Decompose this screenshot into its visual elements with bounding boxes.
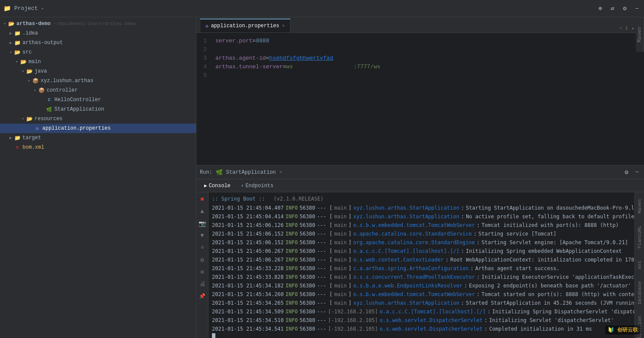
spring-class-icon: 🌿 (46, 106, 53, 113)
folder-icon: 📁 (14, 30, 21, 37)
tab-console[interactable]: ▶ Console (200, 181, 235, 191)
toolbar-project-label[interactable]: Project (14, 5, 38, 12)
right-tab-ant[interactable]: Ant (636, 257, 643, 273)
file-tree: ▾ 📂 arthas-demo ~/Documents/learn/arthas… (0, 17, 196, 338)
tree-item-bom-xml[interactable]: m bom.xml (0, 143, 196, 152)
log-line: 2021-01-15 21:45:06.267 INFO 56380 --- [… (212, 255, 631, 264)
spring-run-icon: 🌿 (216, 169, 223, 176)
endpoints-tab-label: Endpoints (246, 183, 274, 189)
code-line-2: 2 (196, 45, 644, 54)
camera-button[interactable]: 📷 (198, 219, 207, 228)
tree-item-resources[interactable]: ▾ 📂 resources (0, 114, 196, 124)
expand-icon[interactable]: ▴ (631, 25, 635, 31)
toolbar-actions: ⊕ ⇄ ⚙ − Maven (597, 4, 641, 13)
run-minimize-icon[interactable]: − (634, 168, 641, 177)
no-arrow (28, 125, 34, 131)
toolbar-dropdown-icon[interactable]: ▾ (41, 6, 44, 11)
log-line: 2021-01-15 21:45:04.414 INFO 56380 --- [… (212, 212, 631, 221)
expand-arrow: ▾ (20, 116, 26, 122)
tree-item-main[interactable]: ▾ 📂 main (0, 57, 196, 67)
code-line-3: 3 arthas.agent-id=hsehdfsfghhwertyfad (196, 54, 644, 62)
tab-label: application.properties (211, 23, 279, 29)
globe-icon[interactable]: ⊕ (597, 4, 603, 13)
tree-item-application-properties[interactable]: ⚙ application.properties (0, 124, 196, 133)
package-icon: 📦 (32, 77, 39, 84)
filter-button[interactable]: ≡ (198, 243, 207, 252)
log-line: 2021-01-15 21:45:34.260 INFO 56380 --- [… (212, 290, 631, 299)
run-app-name: StartApplication (226, 169, 276, 175)
checkmark-icon: ✓ 1 (619, 25, 628, 31)
tree-label: application.properties (42, 125, 110, 131)
tree-item-target[interactable]: ▶ 📁 target (0, 133, 196, 143)
watermark-logo: 🔰 (608, 327, 614, 333)
no-arrow (8, 144, 14, 150)
expand-arrow: ▶ (8, 40, 14, 46)
tree-label: xyz.lushun.arthas (41, 78, 93, 84)
run-settings-icon[interactable]: ⚙ (623, 168, 630, 177)
tab-bar: ⚙ application.properties × ✓ 1 ▴ ▾ (196, 17, 644, 33)
tree-item-start-application[interactable]: 🌿 StartApplication (0, 105, 196, 114)
tree-item-controller[interactable]: ▾ 📦 controller (0, 86, 196, 95)
print-button[interactable]: 🖨 (198, 280, 207, 288)
endpoints-tab-icon: ⚡ (241, 183, 244, 188)
tab-close-icon[interactable]: × (282, 23, 285, 29)
log-line: 2021-01-15 21:45:33.228 INFO 56380 --- [… (212, 264, 631, 273)
arrows-icon[interactable]: ⇄ (609, 4, 616, 13)
folder-icon: 📂 (8, 20, 15, 27)
expand-arrow: ▾ (8, 49, 14, 55)
log-line: 2021-01-15 21:45:06.267 INFO 56380 --- [… (212, 247, 631, 255)
scroll-down-button[interactable]: ▼ (198, 231, 207, 240)
editor-content[interactable]: 1 server.port=8888 2 3 arthas.agent-id=h… (196, 33, 644, 165)
right-tab-maven[interactable]: Maven (636, 196, 643, 217)
console-area: ■ ▲ 📷 ▼ ≡ ⚙ ⊞ 🖨 📌 :: Spring Boot :: (v2.… (196, 192, 644, 338)
run-label: Run: (200, 169, 212, 175)
expand-arrow: ▾ (20, 68, 26, 74)
run-header-right: ⚙ − (623, 168, 641, 177)
settings-icon[interactable]: ⚙ (621, 4, 628, 13)
code-line-5: 5 (196, 71, 644, 80)
tree-item-hello-controller[interactable]: C HelloController (0, 95, 196, 105)
tree-label: src (22, 49, 32, 55)
folder-icon: 📂 (26, 68, 33, 75)
tab-application-properties[interactable]: ⚙ application.properties × (200, 19, 290, 32)
right-tab-plantuml[interactable]: PlantUML (636, 222, 643, 252)
tree-label: arthas-demo (16, 21, 51, 27)
tree-item-idea[interactable]: ▶ 📁 .idea (0, 29, 196, 38)
tree-label: controller (47, 87, 78, 93)
expand-arrow: ▾ (32, 87, 38, 93)
minimize-icon[interactable]: − (634, 4, 641, 13)
console-tab-label: Console (209, 183, 230, 189)
package-icon: 📦 (38, 87, 45, 94)
folder-icon: 📁 (14, 134, 21, 141)
tree-item-xyz-arthas[interactable]: ▾ 📦 xyz.lushun.arthas (0, 76, 196, 86)
right-tab-database[interactable]: Database (636, 278, 643, 308)
log-line: 2021-01-15 21:45:34.509 INFO 56380 --- [… (212, 307, 631, 316)
spring-banner-text: :: Spring Boot :: (212, 196, 265, 202)
scroll-up-button[interactable]: ▲ (198, 207, 207, 216)
folder-icon: 📂 (20, 58, 27, 65)
tree-item-src[interactable]: ▾ 📂 src (0, 48, 196, 57)
spring-banner: :: Spring Boot :: (v2.1.6.RELEASE) (212, 194, 631, 204)
run-tab-close-icon[interactable]: × (279, 170, 282, 175)
console-sidebar: ■ ▲ 📷 ▼ ≡ ⚙ ⊞ 🖨 📌 (196, 192, 208, 338)
log-line: 2021-01-15 21:45:34.182 INFO 56380 --- [… (212, 281, 631, 290)
pin-button[interactable]: 📌 (198, 292, 207, 300)
properties-icon: ⚙ (34, 125, 41, 132)
folder-icon: 📁 (3, 5, 11, 12)
log-line: 2021-01-15 21:45:34.510 INFO 56380 --- [… (212, 316, 631, 325)
cursor-line (212, 333, 631, 338)
watermark-text: 创研云联 (617, 327, 638, 333)
java-class-icon: C (46, 96, 53, 103)
layout-button[interactable]: ⊞ (198, 268, 207, 276)
tree-item-java[interactable]: ▾ 📂 java (0, 67, 196, 76)
tab-endpoints[interactable]: ⚡ Endpoints (237, 181, 278, 191)
tree-item-arthas-demo[interactable]: ▾ 📂 arthas-demo ~/Documents/learn/arthas… (0, 19, 196, 29)
console-output[interactable]: :: Spring Boot :: (v2.1.6.RELEASE) 2021-… (208, 192, 635, 338)
expand-arrow: ▾ (2, 21, 8, 27)
tree-item-arthas-output[interactable]: ▶ 📁 arthas-output (0, 38, 196, 48)
folder-icon: 📂 (14, 49, 21, 56)
stop-button[interactable]: ■ (198, 195, 207, 204)
settings2-button[interactable]: ⚙ (198, 255, 207, 264)
log-line: 2021-01-15 21:45:33.828 INFO 56380 --- [… (212, 273, 631, 281)
tree-label: main (28, 59, 41, 65)
